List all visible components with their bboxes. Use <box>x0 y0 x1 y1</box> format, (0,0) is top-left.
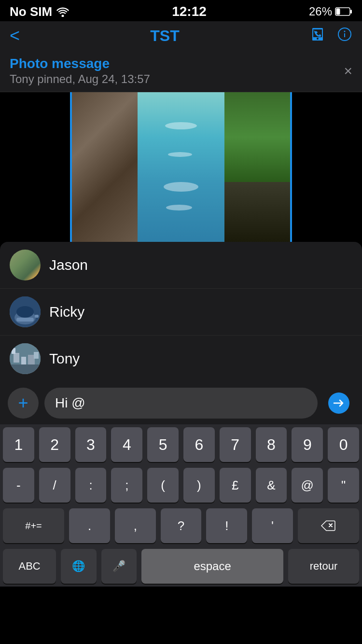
svg-rect-18 <box>34 352 39 359</box>
river-photo <box>72 92 290 242</box>
key-at[interactable]: @ <box>292 468 323 503</box>
back-button[interactable]: < <box>10 27 20 44</box>
key-exclaim[interactable]: ! <box>206 508 247 543</box>
keyboard-row-4: ABC 🌐 🎤 espace retour <box>0 546 362 587</box>
mention-item-tony[interactable]: Tony <box>0 336 362 382</box>
svg-rect-16 <box>10 364 41 374</box>
key-period[interactable]: . <box>69 508 110 543</box>
green-vegetation <box>224 92 290 182</box>
phone-icon[interactable] <box>310 27 325 45</box>
key-open-paren[interactable]: ( <box>147 468 179 503</box>
status-left: No SIM <box>10 4 70 19</box>
key-1[interactable]: 1 <box>3 427 34 462</box>
key-4[interactable]: 4 <box>111 427 142 462</box>
key-space[interactable]: espace <box>141 549 283 584</box>
mention-name-tony: Tony <box>49 350 80 367</box>
key-return[interactable]: retour <box>288 549 359 584</box>
photo-area[interactable] <box>0 92 362 242</box>
key-6[interactable]: 6 <box>183 427 215 462</box>
water-foam-2 <box>168 152 193 157</box>
key-0[interactable]: 0 <box>328 427 359 462</box>
mention-item-ricky[interactable]: Ricky <box>0 289 362 336</box>
svg-rect-3 <box>336 9 340 15</box>
key-delete[interactable] <box>298 508 359 543</box>
wifi-icon <box>56 6 70 17</box>
svg-rect-14 <box>21 357 26 364</box>
input-bar: + <box>0 382 362 424</box>
mention-name-ricky: Ricky <box>49 304 84 320</box>
send-button[interactable] <box>323 388 354 419</box>
key-close-paren[interactable]: ) <box>183 468 215 503</box>
key-pound[interactable]: £ <box>220 468 251 503</box>
key-mic[interactable]: 🎤 <box>101 549 137 584</box>
message-input[interactable] <box>44 388 318 419</box>
key-7[interactable]: 7 <box>220 427 251 462</box>
svg-rect-13 <box>14 353 19 363</box>
key-colon[interactable]: : <box>75 468 107 503</box>
svg-point-9 <box>16 306 34 318</box>
add-button[interactable]: + <box>8 388 39 419</box>
rock-left <box>72 92 142 242</box>
battery-icon <box>335 6 352 17</box>
key-semicolon[interactable]: ; <box>111 468 142 503</box>
key-slash[interactable]: / <box>39 468 70 503</box>
status-right: 26% <box>309 5 352 18</box>
svg-rect-10 <box>16 318 34 322</box>
water-foam-3 <box>164 182 198 192</box>
avatar-tony <box>10 343 41 374</box>
svg-point-6 <box>344 30 346 32</box>
carrier-label: No SIM <box>10 4 52 19</box>
pinned-subtitle: Tony pinned, Aug 24, 13:57 <box>10 72 150 86</box>
pinned-banner[interactable]: Photo message Tony pinned, Aug 24, 13:57… <box>0 50 362 92</box>
key-comma[interactable]: , <box>115 508 156 543</box>
key-abc[interactable]: ABC <box>3 549 56 584</box>
battery-percent: 26% <box>309 5 332 18</box>
key-quote[interactable]: " <box>328 468 359 503</box>
svg-rect-17 <box>12 348 15 354</box>
status-bar: No SIM 12:12 26% <box>0 0 362 21</box>
pinned-close-button[interactable]: × <box>344 63 352 79</box>
keyboard: 1 2 3 4 5 6 7 8 9 0 - / : ; ( ) £ & @ " … <box>0 424 362 587</box>
key-globe[interactable]: 🌐 <box>61 549 96 584</box>
key-2[interactable]: 2 <box>39 427 70 462</box>
nav-bar: < TST <box>0 21 362 50</box>
pinned-text: Photo message Tony pinned, Aug 24, 13:57 <box>10 56 150 86</box>
keyboard-row-3: #+= . , ? ! ' <box>0 505 362 546</box>
rock-right <box>224 182 290 242</box>
pinned-title: Photo message <box>10 56 150 71</box>
mention-list: Jason Ricky Tony <box>0 242 362 382</box>
mention-item-jason[interactable]: Jason <box>0 242 362 289</box>
key-8[interactable]: 8 <box>256 427 287 462</box>
keyboard-row-1: 1 2 3 4 5 6 7 8 9 0 <box>0 424 362 465</box>
photo-container <box>70 92 292 242</box>
water-foam-4 <box>166 205 192 210</box>
key-ampersand[interactable]: & <box>256 468 287 503</box>
svg-point-0 <box>62 15 64 17</box>
status-time: 12:12 <box>172 4 207 19</box>
svg-rect-11 <box>35 315 39 318</box>
key-question[interactable]: ? <box>161 508 202 543</box>
key-apostrophe[interactable]: ' <box>252 508 293 543</box>
water-foam-1 <box>165 122 196 129</box>
mention-name-jason: Jason <box>49 257 88 273</box>
svg-rect-15 <box>28 355 35 364</box>
key-9[interactable]: 9 <box>292 427 323 462</box>
avatar-ricky <box>10 296 41 327</box>
avatar-jason <box>10 250 41 280</box>
river-water <box>138 92 225 242</box>
key-5[interactable]: 5 <box>147 427 179 462</box>
key-dash[interactable]: - <box>3 468 34 503</box>
nav-actions <box>310 27 352 45</box>
plus-icon: + <box>18 394 28 412</box>
key-3[interactable]: 3 <box>75 427 107 462</box>
info-icon[interactable] <box>337 27 352 45</box>
key-hashplus[interactable]: #+= <box>3 508 64 543</box>
nav-title: TST <box>150 27 179 45</box>
keyboard-row-2: - / : ; ( ) £ & @ " <box>0 465 362 505</box>
svg-rect-2 <box>350 10 352 14</box>
send-icon <box>328 392 349 414</box>
